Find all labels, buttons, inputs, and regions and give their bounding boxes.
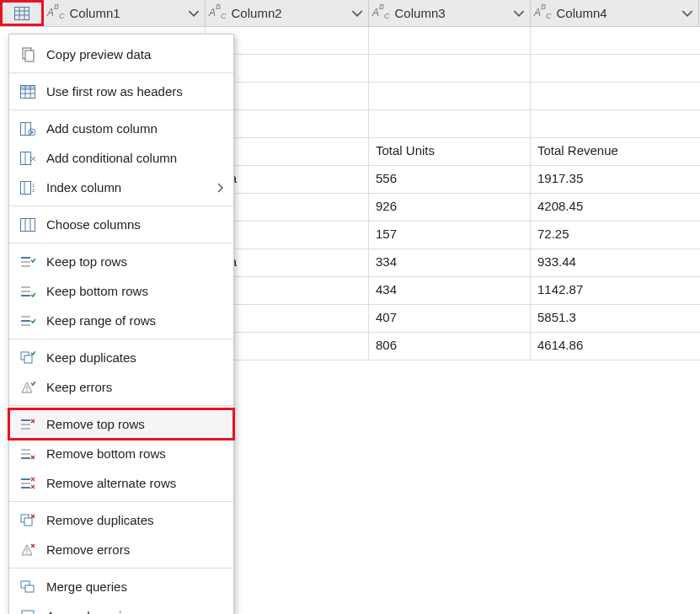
menu-label: Add custom column xyxy=(46,121,223,136)
cell[interactable]: 926 xyxy=(369,194,531,221)
menu-label: Remove alternate rows xyxy=(46,476,223,490)
menu-label: Keep top rows xyxy=(46,254,223,269)
column-header-label: Column2 xyxy=(232,6,348,20)
copy-icon xyxy=(19,46,36,63)
choose-columns-icon xyxy=(19,216,36,233)
cell[interactable]: 434 xyxy=(369,277,531,304)
menu-keep-bottom-rows[interactable]: Keep bottom rows xyxy=(9,276,233,306)
menu-label: Remove bottom rows xyxy=(46,446,223,461)
menu-label: Keep errors xyxy=(46,380,223,394)
cell[interactable]: 4614.86 xyxy=(531,333,699,360)
svg-text:2: 2 xyxy=(32,188,35,193)
cell[interactable]: Total Revenue xyxy=(531,138,699,165)
cell[interactable] xyxy=(531,110,699,137)
menu-copy-preview-data[interactable]: Copy preview data xyxy=(9,40,233,69)
menu-label: Choose columns xyxy=(46,217,223,232)
svg-rect-52 xyxy=(25,585,34,592)
menu-label: Merge queries xyxy=(46,579,223,594)
menu-append-queries[interactable]: Append queries xyxy=(9,601,233,614)
chevron-down-icon[interactable] xyxy=(681,8,693,19)
conditional-column-icon xyxy=(19,150,36,167)
menu-label: Keep duplicates xyxy=(46,350,223,365)
cell[interactable]: 1142.87 xyxy=(531,277,699,304)
cell[interactable] xyxy=(369,27,531,54)
custom-column-icon xyxy=(19,120,36,137)
menu-choose-columns[interactable]: Choose columns xyxy=(9,210,233,239)
menu-label: Remove duplicates xyxy=(46,513,223,527)
menu-remove-alternate-rows[interactable]: Remove alternate rows xyxy=(9,468,233,498)
chevron-down-icon[interactable] xyxy=(351,8,363,19)
menu-add-custom-column[interactable]: Add custom column xyxy=(9,114,233,143)
cell[interactable]: 5851.3 xyxy=(531,305,699,332)
cell[interactable]: 407 xyxy=(369,305,531,332)
menu-label: Remove errors xyxy=(46,542,223,557)
menu-separator xyxy=(9,405,233,406)
cell[interactable] xyxy=(369,110,531,137)
column-header-2[interactable]: ABC Column2 xyxy=(206,0,369,26)
cell[interactable] xyxy=(531,55,699,82)
menu-label: Remove top rows xyxy=(46,417,223,431)
keep-errors-icon xyxy=(19,379,36,396)
cell[interactable]: 4208.45 xyxy=(531,194,699,221)
append-queries-icon xyxy=(19,608,36,615)
keep-range-rows-icon xyxy=(19,312,36,329)
remove-duplicates-icon xyxy=(19,512,36,529)
cell[interactable]: 806 xyxy=(369,333,531,360)
column-header-4[interactable]: ABC Column4 xyxy=(531,0,699,26)
cell[interactable]: 334 xyxy=(369,249,531,276)
cell[interactable]: 556 xyxy=(369,166,531,193)
menu-separator xyxy=(9,501,233,502)
menu-keep-range-of-rows[interactable]: Keep range of rows xyxy=(9,306,233,335)
menu-remove-duplicates[interactable]: Remove duplicates xyxy=(9,505,233,535)
svg-rect-8 xyxy=(21,85,35,88)
column-header-3[interactable]: ABC Column3 xyxy=(369,0,531,26)
svg-rect-18 xyxy=(21,181,31,194)
remove-alternate-rows-icon xyxy=(19,475,36,492)
svg-rect-22 xyxy=(21,218,35,231)
svg-rect-0 xyxy=(15,7,29,19)
cell[interactable]: 933.44 xyxy=(531,249,699,276)
cell[interactable]: 157 xyxy=(369,222,531,248)
type-text-icon: ABC xyxy=(209,5,227,20)
menu-keep-duplicates[interactable]: Keep duplicates xyxy=(9,343,233,372)
menu-add-conditional-column[interactable]: Add conditional column xyxy=(9,143,233,173)
index-column-icon: 12 xyxy=(19,179,36,196)
table-icon xyxy=(14,7,29,20)
cell[interactable] xyxy=(531,27,699,54)
chevron-down-icon[interactable] xyxy=(188,8,200,19)
column-header-label: Column4 xyxy=(557,6,678,20)
menu-label: Add conditional column xyxy=(46,151,223,165)
type-text-icon: ABC xyxy=(372,5,390,20)
svg-point-37 xyxy=(26,390,28,392)
svg-point-50 xyxy=(26,553,28,554)
chevron-right-icon xyxy=(216,183,223,193)
menu-merge-queries[interactable]: Merge queries xyxy=(9,572,233,601)
menu-label: Index column xyxy=(46,180,216,195)
column-header-1[interactable]: ABC Column1 xyxy=(44,0,206,26)
menu-separator xyxy=(9,339,233,339)
menu-keep-top-rows[interactable]: Keep top rows xyxy=(9,247,233,276)
chevron-down-icon[interactable] xyxy=(513,8,525,19)
cell[interactable] xyxy=(369,83,531,109)
cell[interactable]: 1917.35 xyxy=(531,166,699,193)
menu-remove-bottom-rows[interactable]: Remove bottom rows xyxy=(9,439,233,468)
menu-remove-top-rows[interactable]: Remove top rows xyxy=(9,409,233,439)
cell[interactable]: 72.25 xyxy=(531,222,699,248)
menu-keep-errors[interactable]: Keep errors xyxy=(9,372,233,402)
type-text-icon: ABC xyxy=(47,5,65,20)
remove-top-rows-icon xyxy=(19,416,36,433)
cell[interactable] xyxy=(531,83,699,109)
table-context-menu: Copy preview data Use first row as heade… xyxy=(8,34,234,614)
menu-separator xyxy=(9,72,233,73)
column-header-row: ABC Column1 ABC Column2 ABC Column3 ABC … xyxy=(0,0,700,27)
menu-remove-errors[interactable]: Remove errors xyxy=(9,535,233,564)
menu-separator xyxy=(9,243,233,243)
column-header-label: Column1 xyxy=(70,6,184,20)
menu-separator xyxy=(9,568,233,569)
cell[interactable] xyxy=(369,55,531,82)
svg-rect-48 xyxy=(24,518,32,526)
menu-index-column[interactable]: 12 Index column xyxy=(9,173,233,202)
menu-use-first-row-as-headers[interactable]: Use first row as headers xyxy=(9,77,233,106)
cell[interactable]: Total Units xyxy=(369,138,531,165)
table-menu-button[interactable] xyxy=(0,0,44,26)
